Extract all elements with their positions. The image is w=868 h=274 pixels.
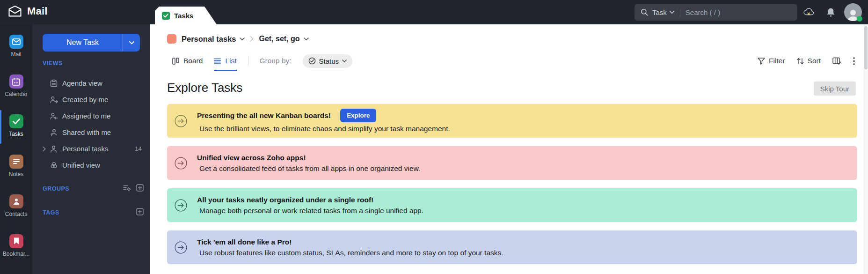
breadcrumb-view-dropdown[interactable]: Get, set, go xyxy=(259,35,308,43)
banner-single-roof: All your tasks neatly organized under a … xyxy=(167,188,857,222)
topbar: Mail Tasks Task Search ( / ) xyxy=(0,0,868,24)
person-icon xyxy=(50,145,57,153)
main-content: Personal tasks Get, set, go Board List G… xyxy=(150,24,868,274)
rail-label: Mail xyxy=(11,51,21,58)
bookmark-icon xyxy=(9,234,23,248)
tags-section-heading: TAGS xyxy=(43,209,59,216)
rail-item-calendar[interactable]: Calendar xyxy=(0,74,32,114)
tasks-tab-label: Tasks xyxy=(174,12,193,20)
status-check-circle-icon xyxy=(308,57,316,65)
sidebar-item-assigned-to-me[interactable]: Assigned to me xyxy=(32,108,150,124)
toolbar-divider xyxy=(248,56,248,66)
breadcrumb-view-name: Get, set, go xyxy=(259,35,299,43)
tasks-icon xyxy=(9,114,23,128)
person-share-icon xyxy=(50,129,58,136)
list-icon xyxy=(214,58,221,64)
search-divider xyxy=(680,8,680,16)
mail-icon xyxy=(9,35,23,49)
list-color-swatch xyxy=(167,34,176,44)
arrow-circle-icon xyxy=(175,241,187,254)
rail-item-tasks[interactable]: Tasks xyxy=(0,114,32,154)
tags-section-actions xyxy=(136,208,144,215)
banner-pro: Tick 'em all done like a Pro! Use robust… xyxy=(167,230,857,264)
page-title: Explore Tasks xyxy=(167,81,242,95)
sidebar-item-label: Personal tasks xyxy=(62,145,108,153)
expand-chevron-icon[interactable] xyxy=(43,146,46,151)
rail-label: Calendar xyxy=(5,91,28,97)
person-arrow-in-icon xyxy=(50,112,58,120)
tasks-check-icon xyxy=(162,12,170,20)
presence-status-dot xyxy=(857,16,862,22)
agenda-icon xyxy=(50,80,58,87)
search-input[interactable]: Search ( / ) xyxy=(686,8,720,16)
search-scope-value: Task xyxy=(652,8,667,16)
contacts-icon xyxy=(9,194,23,208)
toolbar-right: Filter Sort xyxy=(758,51,855,71)
notifications-bell-icon[interactable] xyxy=(823,0,839,24)
personal-tasks-count: 14 xyxy=(135,145,142,152)
banner-subtitle: Manage both personal or work related tas… xyxy=(199,207,423,215)
rail-item-contacts[interactable]: Contacts xyxy=(0,194,32,234)
banner-title: Tick 'em all done like a Pro! xyxy=(197,238,292,246)
search-scope-dropdown[interactable]: Task xyxy=(652,8,674,16)
banner-title: Presenting the all new Kanban boards! xyxy=(197,111,331,120)
sidebar-item-label: Created by me xyxy=(62,96,108,104)
breadcrumb: Personal tasks Get, set, go xyxy=(167,32,309,45)
chevron-down-icon xyxy=(342,59,347,63)
tasks-tab[interactable]: Tasks xyxy=(155,7,217,24)
board-view-tab[interactable]: Board xyxy=(172,51,203,71)
sidebar-item-label: Unified view xyxy=(62,161,100,169)
groups-section-actions xyxy=(123,184,144,192)
sort-button[interactable]: Sort xyxy=(797,57,821,65)
sidebar-item-personal-tasks[interactable]: Personal tasks 14 xyxy=(32,141,150,157)
banner-kanban: Presenting the all new Kanban boards! Ex… xyxy=(167,104,857,138)
customize-columns-icon[interactable] xyxy=(832,57,841,65)
manage-groups-icon[interactable] xyxy=(123,185,131,192)
new-task-dropdown[interactable] xyxy=(123,34,140,52)
chevron-down-icon xyxy=(304,37,309,41)
sort-label: Sort xyxy=(808,57,821,65)
scrollbar[interactable] xyxy=(864,24,868,274)
filter-button[interactable]: Filter xyxy=(758,57,785,65)
chevron-down-icon xyxy=(129,41,134,44)
sort-arrows-icon xyxy=(797,58,804,65)
new-task-label[interactable]: New Task xyxy=(43,34,123,52)
banner-subtitle: Use robust features like custom status, … xyxy=(199,249,503,257)
board-tab-label: Board xyxy=(183,57,203,65)
rail-label: Bookmar... xyxy=(3,251,29,257)
tasks-sidebar: New Task VIEWS Agenda view Created by me… xyxy=(32,24,150,274)
add-tag-icon[interactable] xyxy=(136,208,144,215)
board-icon xyxy=(172,58,179,65)
sidebar-item-unified-view[interactable]: Unified view xyxy=(32,157,150,173)
rail-item-notes[interactable]: Notes xyxy=(0,155,32,194)
list-view-tab[interactable]: List xyxy=(214,51,236,71)
rail-item-mail[interactable]: Mail xyxy=(0,35,32,74)
sidebar-item-shared-with-me[interactable]: Shared with me xyxy=(32,124,150,141)
rail-label: Contacts xyxy=(5,211,27,217)
filter-funnel-icon xyxy=(758,58,765,65)
filter-label: Filter xyxy=(769,57,785,65)
scrollbar-thumb[interactable] xyxy=(864,26,868,69)
sidebar-item-label: Assigned to me xyxy=(62,112,110,120)
rail-item-bookmarks[interactable]: Bookmar... xyxy=(0,234,32,274)
search-bar[interactable]: Task Search ( / ) xyxy=(635,4,797,21)
more-options-kebab-icon[interactable] xyxy=(853,57,855,65)
explore-button[interactable]: Explore xyxy=(340,109,377,122)
user-avatar[interactable] xyxy=(844,3,862,21)
banner-title: All your tasks neatly organized under a … xyxy=(197,196,373,204)
breadcrumb-list-dropdown[interactable]: Personal tasks xyxy=(182,35,245,44)
arrow-circle-icon xyxy=(175,199,187,212)
tour-banners: Presenting the all new Kanban boards! Ex… xyxy=(167,104,857,273)
sidebar-item-label: Agenda view xyxy=(62,79,102,87)
sidebar-item-agenda-view[interactable]: Agenda view xyxy=(32,75,150,91)
skip-tour-button[interactable]: Skip Tour xyxy=(814,81,856,96)
group-by-value: Status xyxy=(319,57,339,65)
sidebar-item-created-by-me[interactable]: Created by me xyxy=(32,91,150,108)
views-section-heading: VIEWS xyxy=(43,60,63,67)
group-by-dropdown[interactable]: Status xyxy=(303,54,353,68)
new-task-button[interactable]: New Task xyxy=(43,34,140,52)
chevron-down-icon xyxy=(670,11,674,14)
cloud-offline-icon[interactable] xyxy=(801,0,817,24)
add-group-icon[interactable] xyxy=(136,184,144,192)
mail-logo-icon xyxy=(8,5,22,17)
